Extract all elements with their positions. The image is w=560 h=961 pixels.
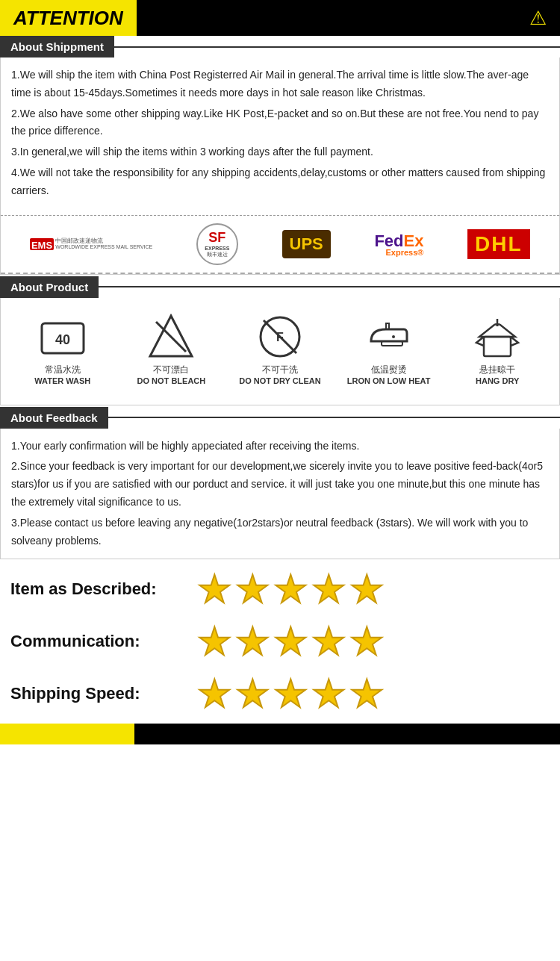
ems-icon: EMS xyxy=(30,232,54,256)
product-header-label: About Product xyxy=(0,276,99,298)
rating-stars-communication xyxy=(197,619,385,664)
rating-row-item-described: Item as Described: xyxy=(10,567,550,612)
product-section: 40 常温水洗 WATER WASH 不可漂白 DO NOT BLEACH F … xyxy=(0,298,560,405)
rating-stars-item-described xyxy=(197,567,385,612)
star-1 xyxy=(197,619,232,664)
shipment-header-line xyxy=(114,46,560,48)
no-dry-clean-en: DO NOT DRY CLEAN xyxy=(239,376,320,385)
hang-dry-icon xyxy=(473,313,521,361)
no-dry-clean-cn: 不可干洗 xyxy=(262,364,298,376)
svg-text:40: 40 xyxy=(55,332,70,347)
star-3 xyxy=(273,567,308,612)
feedback-p3: 3.Please contact us before leaving any n… xyxy=(11,514,549,550)
ups-logo: UPS xyxy=(282,230,331,258)
care-icon-no-bleach: 不可漂白 DO NOT BLEACH xyxy=(126,313,216,385)
no-dry-clean-icon: F xyxy=(256,313,304,361)
attention-label: ATTENTION xyxy=(0,0,137,36)
no-bleach-en: DO NOT BLEACH xyxy=(137,376,206,385)
care-icons-row: 40 常温水洗 WATER WASH 不可漂白 DO NOT BLEACH F … xyxy=(1,298,559,393)
rating-label-communication: Communication: xyxy=(10,632,197,651)
rating-label-shipping: Shipping Speed: xyxy=(10,684,197,703)
no-bleach-cn: 不可漂白 xyxy=(153,364,189,376)
shipment-content: 1.We will ship the item with China Post … xyxy=(1,57,559,209)
hang-dry-cn: 悬挂晾干 xyxy=(479,364,515,376)
iron-low-cn: 低温熨烫 xyxy=(371,364,407,376)
star-5 xyxy=(349,567,385,612)
product-header-line xyxy=(99,286,560,287)
star-5 xyxy=(349,619,385,664)
no-bleach-icon xyxy=(147,313,195,361)
feedback-p1: 1.Your early confirmation will be highly… xyxy=(11,438,549,455)
care-icon-no-dry-clean: F 不可干洗 DO NOT DRY CLEAN xyxy=(235,313,325,385)
feedback-section-header: About Feedback xyxy=(0,407,560,429)
svg-text:EMS: EMS xyxy=(31,240,53,251)
ems-logo: EMS 中国邮政速递物流 WORLDWIDE EXPRESS MAIL SERV… xyxy=(30,232,152,256)
star-4 xyxy=(311,671,346,716)
rating-label-item-described: Item as Described: xyxy=(10,579,197,599)
care-icon-iron-low: 低温熨烫 LRON ON LOW HEAT xyxy=(344,313,434,385)
courier-logos: EMS 中国邮政速递物流 WORLDWIDE EXPRESS MAIL SERV… xyxy=(1,215,559,270)
shipment-section-header: About Shippment xyxy=(0,36,560,57)
dhl-logo: DHL xyxy=(467,229,530,259)
attention-header: ATTENTION ⚠ xyxy=(0,0,560,36)
svg-rect-13 xyxy=(484,337,511,356)
shipment-p4: 4.We will not take the responsibility fo… xyxy=(11,164,549,200)
star-4 xyxy=(311,567,346,612)
bottom-bar-yellow xyxy=(0,724,134,744)
water-wash-cn: 常温水洗 xyxy=(45,364,81,376)
star-4 xyxy=(311,619,346,664)
ratings-section: Item as Described: Communication: Shippi… xyxy=(0,559,560,716)
shipment-section: 1.We will ship the item with China Post … xyxy=(0,57,560,275)
iron-low-icon xyxy=(365,313,413,361)
star-1 xyxy=(197,567,232,612)
rating-stars-shipping xyxy=(197,671,385,716)
star-1 xyxy=(197,671,232,716)
star-3 xyxy=(273,671,308,716)
iron-low-en: LRON ON LOW HEAT xyxy=(347,376,431,385)
svg-rect-9 xyxy=(382,341,402,346)
sf-express-logo: SF EXPRESS 顺丰速运 xyxy=(196,223,238,265)
feedback-p2: 2.Since your feedback is very important … xyxy=(11,458,549,511)
hang-dry-en: HANG DRY xyxy=(476,376,519,385)
dashed-separator xyxy=(1,273,559,274)
water-wash-icon: 40 xyxy=(39,313,87,361)
product-section-header: About Product xyxy=(0,276,560,298)
feedback-content: 1.Your early confirmation will be highly… xyxy=(1,429,559,559)
fedex-logo: FedEx Express® xyxy=(374,231,423,257)
star-5 xyxy=(349,671,385,716)
shipment-p3: 3.In general,we will ship the items with… xyxy=(11,143,549,161)
feedback-header-label: About Feedback xyxy=(0,407,108,429)
shipment-p2: 2.We also have some other shipping way.L… xyxy=(11,105,549,141)
bottom-bar-black xyxy=(134,724,560,744)
feedback-header-line xyxy=(108,417,560,418)
star-2 xyxy=(235,567,270,612)
care-icon-hang-dry: 悬挂晾干 HANG DRY xyxy=(452,313,542,385)
bottom-bar xyxy=(0,724,560,744)
svg-text:F: F xyxy=(276,331,284,343)
rating-row-communication: Communication: xyxy=(10,619,550,664)
shipment-header-label: About Shippment xyxy=(0,36,114,57)
feedback-section: 1.Your early confirmation will be highly… xyxy=(0,429,560,560)
star-2 xyxy=(235,671,270,716)
shipment-p1: 1.We will ship the item with China Post … xyxy=(11,66,549,102)
star-3 xyxy=(273,619,308,664)
svg-point-11 xyxy=(392,335,395,338)
rating-row-shipping: Shipping Speed: xyxy=(10,671,550,716)
warning-icon: ⚠ xyxy=(529,7,547,30)
water-wash-en: WATER WASH xyxy=(34,376,90,385)
care-icon-water-wash: 40 常温水洗 WATER WASH xyxy=(18,313,108,385)
star-2 xyxy=(235,619,270,664)
